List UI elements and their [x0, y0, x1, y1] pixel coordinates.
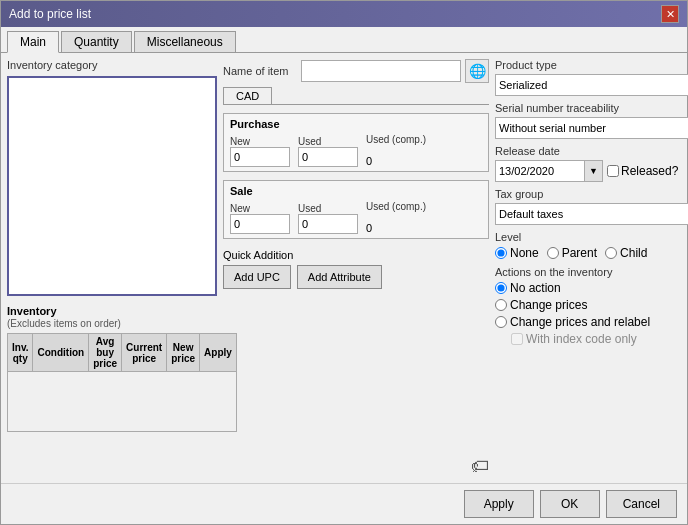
inventory-label: Inventory [7, 305, 57, 317]
action-change-prices-relabel: Change prices and relabel [495, 315, 688, 329]
tag-icon-container: 🏷 [223, 476, 489, 477]
tab-miscellaneous[interactable]: Miscellaneous [134, 31, 236, 52]
quick-addition-buttons: Add UPC Add Attribute [223, 265, 489, 289]
tab-quantity[interactable]: Quantity [61, 31, 132, 52]
with-index-checkbox[interactable] [511, 333, 523, 345]
purchase-new-label: New [230, 136, 290, 147]
release-date-label: Release date [495, 145, 688, 157]
name-of-item-input[interactable] [301, 60, 461, 82]
product-type-group: Product type Serialized Non-serialized S… [495, 59, 688, 96]
action-change-prices-relabel-label: Change prices and relabel [510, 315, 650, 329]
footer-buttons: Apply OK Cancel [1, 483, 687, 524]
level-none: None [495, 246, 539, 260]
sale-new-field: New [230, 203, 290, 234]
col-inv-qty: Inv. qty [8, 334, 33, 372]
col-condition: Condition [33, 334, 89, 372]
quick-addition-section: Quick Addition Add UPC Add Attribute [223, 247, 489, 289]
sale-group: Sale New Used Used (comp.) 0 [223, 180, 489, 239]
sale-fields: New Used Used (comp.) 0 [230, 201, 482, 234]
level-parent: Parent [547, 246, 597, 260]
level-label: Level [495, 231, 688, 243]
close-button[interactable]: ✕ [661, 5, 679, 23]
tax-group-select[interactable]: Default taxes [495, 203, 688, 225]
calendar-dropdown-button[interactable]: ▼ [585, 160, 603, 182]
name-of-item-label: Name of item [223, 65, 293, 77]
level-child-radio[interactable] [605, 247, 617, 259]
sale-used-comp-label: Used (comp.) [366, 201, 426, 212]
level-child: Child [605, 246, 647, 260]
purchase-used-comp-value: 0 [366, 145, 426, 167]
release-date-input[interactable] [495, 160, 585, 182]
action-no-action: No action [495, 281, 688, 295]
product-type-select-wrapper: Serialized Non-serialized Service [495, 74, 688, 96]
inventory-section: Inventory (Excludes items on order) Inv.… [7, 304, 217, 432]
currency-tabs: CAD [223, 87, 489, 105]
level-none-radio[interactable] [495, 247, 507, 259]
add-upc-button[interactable]: Add UPC [223, 265, 291, 289]
purchase-used-input[interactable] [298, 147, 358, 167]
level-parent-radio[interactable] [547, 247, 559, 259]
tax-group-select-wrapper: Default taxes [495, 203, 688, 225]
released-checkbox[interactable] [607, 165, 619, 177]
actions-label: Actions on the inventory [495, 266, 688, 278]
table-row [8, 372, 237, 432]
purchase-group: Purchase New Used Used (comp.) 0 [223, 113, 489, 172]
title-bar: Add to price list ✕ [1, 1, 687, 27]
tab-bar: Main Quantity Miscellaneous [1, 27, 687, 53]
level-options: None Parent Child [495, 246, 688, 260]
inventory-subtitle: (Excludes items on order) [7, 318, 217, 329]
product-type-select[interactable]: Serialized Non-serialized Service [495, 74, 688, 96]
level-group: Level None Parent Child [495, 231, 688, 260]
purchase-used-comp-field: Used (comp.) 0 [366, 134, 426, 167]
serial-traceability-select[interactable]: Without serial number With serial number [495, 117, 688, 139]
left-panel: Inventory category Inventory (Excludes i… [7, 59, 217, 477]
right-panel: Product type Serialized Non-serialized S… [495, 59, 688, 477]
globe-button[interactable]: 🌐 [465, 59, 489, 83]
serial-traceability-select-wrapper: Without serial number With serial number [495, 117, 688, 139]
dialog: Add to price list ✕ Main Quantity Miscel… [0, 0, 688, 525]
tax-group-label: Tax group [495, 188, 688, 200]
quick-addition-label: Quick Addition [223, 249, 489, 261]
sale-used-field: Used [298, 203, 358, 234]
action-change-prices-radio[interactable] [495, 299, 507, 311]
action-change-prices: Change prices [495, 298, 688, 312]
tab-main[interactable]: Main [7, 31, 59, 53]
col-avg-buy: Avg buy price [89, 334, 122, 372]
cancel-button[interactable]: Cancel [606, 490, 677, 518]
sale-used-input[interactable] [298, 214, 358, 234]
with-index-label: With index code only [526, 332, 637, 346]
inventory-table: Inv. qty Condition Avg buy price Current… [7, 333, 237, 432]
serial-traceability-group: Serial number traceability Without seria… [495, 102, 688, 139]
inventory-category-box[interactable] [7, 76, 217, 296]
released-checkbox-group: Released? [607, 164, 678, 178]
purchase-used-field: Used [298, 136, 358, 167]
action-change-prices-label: Change prices [510, 298, 587, 312]
ok-button[interactable]: OK [540, 490, 600, 518]
date-row: ▼ Released? [495, 160, 688, 182]
sale-new-label: New [230, 203, 290, 214]
product-type-label: Product type [495, 59, 688, 71]
tax-group-group: Tax group Default taxes [495, 188, 688, 225]
level-none-label: None [510, 246, 539, 260]
level-child-label: Child [620, 246, 647, 260]
action-change-prices-relabel-radio[interactable] [495, 316, 507, 328]
date-wrapper: ▼ [495, 160, 603, 182]
sale-label: Sale [230, 185, 482, 197]
apply-button[interactable]: Apply [464, 490, 534, 518]
actions-options: No action Change prices Change prices an… [495, 281, 688, 346]
purchase-new-input[interactable] [230, 147, 290, 167]
currency-tab-cad[interactable]: CAD [223, 87, 272, 104]
purchase-fields: New Used Used (comp.) 0 [230, 134, 482, 167]
sale-used-comp-field: Used (comp.) 0 [366, 201, 426, 234]
sale-new-input[interactable] [230, 214, 290, 234]
add-attribute-button[interactable]: Add Attribute [297, 265, 382, 289]
dialog-body: Inventory category Inventory (Excludes i… [1, 53, 687, 483]
released-label: Released? [621, 164, 678, 178]
col-new-price: New price [167, 334, 200, 372]
sale-used-label: Used [298, 203, 358, 214]
action-no-action-radio[interactable] [495, 282, 507, 294]
sale-used-comp-value: 0 [366, 212, 426, 234]
with-index-group: With index code only [511, 332, 688, 346]
purchase-new-field: New [230, 136, 290, 167]
center-panel: Name of item 🌐 CAD Purchase New Used [223, 59, 489, 477]
